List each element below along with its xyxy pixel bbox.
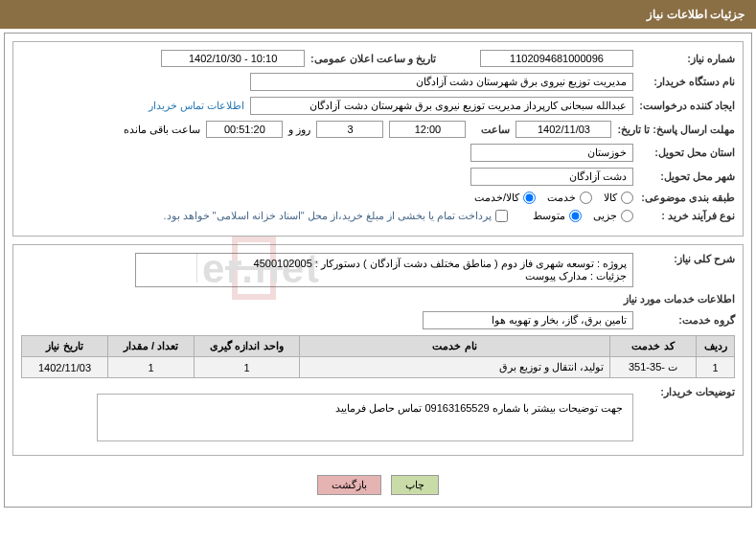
- deadline-date: 1402/11/03: [515, 121, 611, 138]
- td-date: 1402/11/03: [22, 357, 108, 378]
- contact-link[interactable]: اطلاعات تماس خریدار: [149, 100, 244, 112]
- general-desc-label: شرح کلی نیاز:: [639, 253, 735, 265]
- remaining-time: 00:51:20: [206, 121, 283, 138]
- payment-note-wrapper: پرداخت تمام یا بخشی از مبلغ خرید،از محل …: [163, 210, 508, 222]
- th-row: ردیف: [697, 336, 735, 357]
- payment-checkbox[interactable]: [495, 210, 508, 222]
- radio-motavaset-input[interactable]: [569, 210, 582, 222]
- city-label: شهر محل تحویل:: [639, 170, 735, 183]
- purchase-type-label: نوع فرآیند خرید :: [639, 210, 735, 222]
- radio-jozei-input[interactable]: [621, 210, 633, 222]
- radio-kala[interactable]: کالا: [604, 192, 633, 204]
- radio-khedmat[interactable]: خدمت: [547, 192, 592, 204]
- back-button[interactable]: بازگشت: [317, 475, 381, 495]
- page-title: جزئیات اطلاعات نیاز: [0, 0, 756, 29]
- province-label: استان محل تحویل:: [639, 147, 735, 159]
- td-code: ت -35-351: [610, 357, 697, 378]
- th-qty: تعداد / مقدار: [108, 336, 195, 357]
- main-container: شماره نیاز: 1102094681000096 تاریخ و ساع…: [4, 33, 752, 508]
- buyer-org-value: مدیریت توزیع نیروی برق شهرستان دشت آزادگ…: [250, 73, 633, 91]
- service-group-value: تامین برق، گاز، بخار و تهویه هوا: [423, 311, 633, 329]
- requester-value: عبدالله سبحانی کارپرداز مدیریت توزیع نیر…: [250, 97, 633, 115]
- need-info-section: شماره نیاز: 1102094681000096 تاریخ و ساع…: [12, 41, 744, 237]
- th-date: تاریخ نیاز: [22, 336, 108, 357]
- services-table: ردیف کد خدمت نام خدمت واحد اندازه گیری ت…: [21, 335, 735, 378]
- need-number-value: 1102094681000096: [480, 50, 633, 67]
- need-number-label: شماره نیاز:: [639, 53, 735, 65]
- days-value: 3: [316, 121, 383, 138]
- service-group-label: گروه خدمت:: [639, 314, 735, 327]
- action-buttons: چاپ بازگشت: [5, 463, 751, 507]
- td-row: 1: [697, 357, 735, 378]
- buyer-desc-value: جهت توضیحات بیشتر با شماره 09163165529 ت…: [97, 394, 633, 441]
- th-name: نام خدمت: [300, 336, 610, 357]
- radio-jozei[interactable]: جزیی: [593, 210, 633, 222]
- payment-note: پرداخت تمام یا بخشی از مبلغ خرید،از محل …: [163, 210, 492, 222]
- purchase-type-radios: جزیی متوسط: [533, 210, 633, 222]
- print-button[interactable]: چاپ: [391, 475, 439, 495]
- table-row: 1 ت -35-351 تولید، انتقال و توزیع برق 1 …: [22, 357, 735, 378]
- deadline-label: مهلت ارسال پاسخ: تا تاریخ:: [617, 124, 735, 136]
- buyer-desc-label: توضیحات خریدار:: [639, 386, 735, 398]
- days-suffix: روز و: [288, 124, 310, 136]
- td-qty: 1: [108, 357, 195, 378]
- buyer-org-label: نام دستگاه خریدار:: [639, 76, 735, 88]
- td-unit: 1: [195, 357, 300, 378]
- general-desc-value: پروژه : توسعه شهری فاز دوم ( مناطق مختلف…: [135, 253, 633, 287]
- category-label: طبقه بندی موضوعی:: [639, 192, 735, 204]
- remaining-suffix: ساعت باقی مانده: [124, 124, 200, 136]
- th-unit: واحد اندازه گیری: [195, 336, 300, 357]
- radio-kalakhedmat-input[interactable]: [523, 192, 536, 204]
- city-value: دشت آزادگان: [470, 168, 633, 186]
- category-radios: کالا خدمت کالا/خدمت: [474, 192, 633, 204]
- radio-khedmat-input[interactable]: [580, 192, 592, 204]
- province-value: خوزستان: [470, 144, 633, 162]
- announce-value: 1402/10/30 - 10:10: [161, 50, 305, 67]
- th-code: کد خدمت: [610, 336, 697, 357]
- requester-label: ایجاد کننده درخواست:: [639, 100, 735, 112]
- radio-kalakhedmat[interactable]: کالا/خدمت: [474, 192, 536, 204]
- announce-label: تاریخ و ساعت اعلان عمومی:: [310, 53, 436, 65]
- deadline-time: 12:00: [389, 121, 466, 138]
- td-name: تولید، انتقال و توزیع برق: [300, 357, 610, 378]
- radio-kala-input[interactable]: [621, 192, 633, 204]
- service-info-title: اطلاعات خدمات مورد نیاز: [21, 293, 735, 305]
- radio-motavaset[interactable]: متوسط: [533, 210, 582, 222]
- time-label: ساعت: [471, 124, 510, 136]
- description-section: شرح کلی نیاز: پروژه : توسعه شهری فاز دوم…: [12, 244, 744, 456]
